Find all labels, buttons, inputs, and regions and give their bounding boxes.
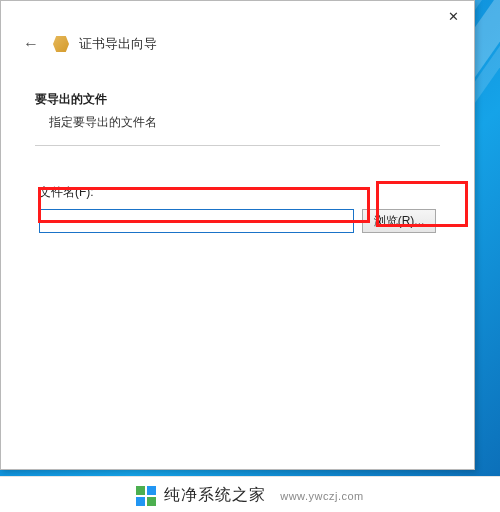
wizard-body: 要导出的文件 指定要导出的文件名 文件名(F): 浏览(R)... xyxy=(1,67,474,233)
filename-input[interactable] xyxy=(39,209,354,233)
back-button[interactable]: ← xyxy=(19,33,43,55)
certificate-icon xyxy=(53,36,69,52)
filename-field-block: 文件名(F): 浏览(R)... xyxy=(35,184,440,233)
wizard-header: ← 证书导出向导 xyxy=(1,31,474,67)
filename-row: 浏览(R)... xyxy=(39,209,436,233)
close-button[interactable]: ✕ xyxy=(432,1,474,31)
wizard-title: 证书导出向导 xyxy=(79,35,157,53)
watermark-url: www.ywczj.com xyxy=(280,490,364,502)
titlebar: ✕ xyxy=(1,1,474,31)
desktop-background: ✕ ← 证书导出向导 要导出的文件 指定要导出的文件名 文件名(F): 浏览(R… xyxy=(0,0,500,512)
wizard-dialog: ✕ ← 证书导出向导 要导出的文件 指定要导出的文件名 文件名(F): 浏览(R… xyxy=(0,0,475,470)
watermark-brand: 纯净系统之家 xyxy=(164,485,266,506)
watermark-logo-icon xyxy=(136,486,156,506)
divider xyxy=(35,145,440,146)
filename-label: 文件名(F): xyxy=(39,184,436,201)
section-title: 要导出的文件 xyxy=(35,91,440,108)
watermark-bar: 纯净系统之家 www.ywczj.com xyxy=(0,476,500,512)
browse-button[interactable]: 浏览(R)... xyxy=(362,209,436,233)
section-subtitle: 指定要导出的文件名 xyxy=(49,114,440,131)
